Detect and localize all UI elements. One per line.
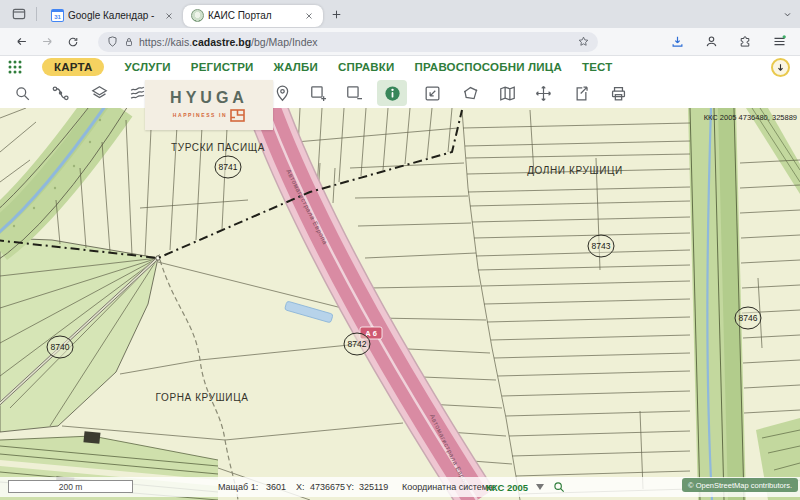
extensions-icon[interactable]	[732, 31, 758, 53]
crs-dropdown[interactable]: ККС 2005	[486, 482, 528, 493]
cursor-coordinate-readout: ККС 2005 4736480, 325889	[704, 113, 797, 122]
menu-item-uslugi[interactable]: УСЛУГИ	[124, 61, 170, 73]
crs-label: Координатна система:	[402, 482, 495, 492]
url-text: https://kais.cadastre.bg/bg/Map/Index	[139, 36, 573, 48]
tab-strip: 31 Google Календар - Седмицата КАИС Порт…	[0, 0, 800, 28]
toolbar-print-icon[interactable]	[603, 80, 633, 106]
toolbar-pan-icon[interactable]	[528, 80, 558, 106]
toolbar-map-sheets-icon[interactable]	[492, 80, 522, 106]
scale-label: Мащаб 1:	[218, 482, 258, 492]
parcel-number-8743[interactable]: 8743	[588, 235, 614, 257]
close-tab-icon[interactable]	[161, 8, 177, 24]
region-label-gorna-krushitsa: ГОРНА КРУШИЦА	[156, 392, 249, 403]
toolbar-search-icon[interactable]	[7, 80, 37, 106]
svg-text:8746: 8746	[739, 313, 758, 323]
menu-icon[interactable]	[766, 31, 792, 53]
downloads-icon[interactable]	[664, 31, 690, 53]
house-plan-icon	[230, 109, 245, 122]
toolbar-zoom-out-box-icon[interactable]	[339, 80, 369, 106]
x-value: 4736675	[310, 482, 345, 492]
menu-item-registri[interactable]: РЕГИСТРИ	[191, 61, 254, 73]
new-tab-button[interactable]	[323, 3, 349, 25]
menu-item-spravki[interactable]: СПРАВКИ	[338, 61, 395, 73]
building-footprint	[83, 431, 100, 444]
bookmark-star-icon[interactable]	[577, 35, 590, 48]
osm-attribution[interactable]: © OpenStreetMap contributors.	[682, 478, 798, 492]
menu-item-zhalbi[interactable]: ЖАЛБИ	[274, 61, 318, 73]
menu-item-karta[interactable]: КАРТА	[42, 58, 104, 76]
google-calendar-favicon: 31	[51, 9, 64, 22]
map-toolbar	[0, 78, 800, 108]
tab-google-calendar[interactable]: 31 Google Календар - Седмицата	[43, 4, 183, 28]
ad-tagline: HAPPINESS IN	[173, 112, 228, 118]
close-tab-icon[interactable]	[301, 8, 317, 24]
scale-bar-label: 200 m	[59, 482, 83, 492]
svg-text:8741: 8741	[219, 162, 238, 172]
region-label-turski-pasishta: ТУРСКИ ПАСИЩА	[171, 142, 265, 153]
divider	[36, 7, 37, 21]
map-viewport: Автомагистрала Европа Автомагистрала Евр…	[0, 108, 800, 500]
parcel-number-8746[interactable]: 8746	[735, 307, 761, 329]
toolbar-route-icon[interactable]	[45, 80, 75, 106]
toolbar-polygon-select-icon[interactable]	[455, 80, 485, 106]
collapse-menu-button[interactable]	[771, 58, 790, 77]
tab-title: КАИС Портал	[208, 10, 297, 21]
toolbar-layers-icon[interactable]	[84, 80, 114, 106]
forward-icon[interactable]	[34, 31, 60, 53]
back-icon[interactable]	[8, 31, 34, 53]
parcel-number-8740[interactable]: 8740	[47, 336, 73, 358]
y-value: 325119	[359, 482, 388, 492]
tab-title: Google Календар - Седмицата	[68, 10, 157, 21]
region-label-dolni-krushitsi: ДОЛНИ КРУШИЦИ	[527, 165, 623, 176]
hyuga-ad-banner[interactable]: HYUGA HAPPINESS IN	[145, 80, 273, 130]
toolbar-zoom-in-box-icon[interactable]	[303, 80, 333, 106]
scale-bar: 200 m	[8, 480, 133, 493]
tab-kais-portal[interactable]: КАИС Портал	[183, 5, 323, 27]
kais-favicon	[191, 9, 204, 22]
map-canvas[interactable]: Автомагистрала Европа Автомагистрала Евр…	[0, 108, 800, 500]
browser-navbar: https://kais.cadastre.bg/bg/Map/Index	[0, 28, 800, 56]
firefox-view-icon[interactable]	[6, 3, 32, 25]
map-status-bar: 200 m Мащаб 1: 3601 X: 4736675 Y: 325119…	[0, 477, 800, 497]
svg-text:8742: 8742	[348, 339, 367, 349]
toolbar-info-icon[interactable]	[377, 80, 407, 106]
parcel-number-8741[interactable]: 8741	[215, 156, 241, 178]
parcel-number-8742[interactable]: 8742	[344, 333, 370, 355]
crs-caret-icon[interactable]	[536, 484, 544, 490]
apps-grid-icon[interactable]	[8, 60, 22, 74]
shield-icon	[106, 35, 119, 48]
menu-item-pravosposobni-litsa[interactable]: ПРАВОСПОСОБНИ ЛИЦА	[415, 61, 562, 73]
toolbar-previous-extent-icon[interactable]	[417, 80, 447, 106]
kais-menu-bar: КАРТА УСЛУГИ РЕГИСТРИ ЖАЛБИ СПРАВКИ ПРАВ…	[0, 56, 800, 78]
lock-icon	[123, 36, 135, 48]
account-icon[interactable]	[698, 31, 724, 53]
ad-brand: HYUGA	[170, 89, 248, 107]
svg-text:8740: 8740	[51, 342, 70, 352]
url-bar[interactable]: https://kais.cadastre.bg/bg/Map/Index	[98, 32, 598, 52]
y-label: Y:	[346, 482, 354, 492]
list-tabs-icon[interactable]	[774, 3, 800, 25]
menu-item-test[interactable]: ТЕСТ	[582, 61, 613, 73]
scale-value: 3601	[266, 482, 286, 492]
svg-text:8743: 8743	[592, 241, 611, 251]
toolbar-export-icon[interactable]	[566, 80, 596, 106]
reload-icon[interactable]	[60, 31, 86, 53]
coordinate-search-icon[interactable]	[552, 480, 566, 494]
browser-window: 31 Google Календар - Седмицата КАИС Порт…	[0, 0, 800, 500]
x-label: X:	[296, 482, 305, 492]
